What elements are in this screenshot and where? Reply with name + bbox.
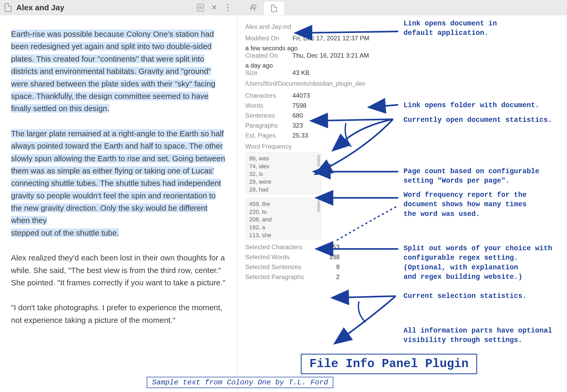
est-pages-value: 25.33 (292, 132, 308, 139)
sel-chars-value: 853 (324, 243, 340, 251)
characters-label: Characters (245, 92, 292, 99)
size-label: Size (245, 69, 292, 77)
sample-attribution: Sample text from Colony One by T.L. Ford (147, 377, 333, 388)
editor-pane: Alex and Jay ✕ Earth-rise was possible b… (0, 0, 237, 392)
sel-para-label: Selected Paragraphs (245, 273, 324, 281)
sel-chars-label: Selected Characters (245, 243, 324, 251)
right-area: Alex and Jay.md Modified OnFri, Dec 17, … (237, 0, 567, 392)
selected-text[interactable]: Earth-rise was possible because Colony O… (11, 30, 215, 113)
created-relative: a day ago (245, 62, 381, 69)
words-value: 7598 (292, 102, 306, 109)
reading-view-icon[interactable] (196, 3, 205, 12)
characters-value: 44073 (292, 92, 310, 99)
sentences-value: 680 (292, 112, 303, 119)
est-pages-label: Est. Pages (245, 132, 292, 139)
scrollbar-thumb[interactable] (317, 155, 320, 167)
modified-relative: a few seconds ago (245, 45, 381, 52)
sel-para-value: 2 (324, 273, 340, 281)
word-freq-label: Word Frequency (245, 143, 381, 150)
title-bar: Alex and Jay ✕ (0, 0, 237, 15)
sel-sent-value: 9 (324, 263, 340, 271)
tab-file-info[interactable] (264, 1, 285, 15)
svg-point-0 (253, 4, 256, 8)
plugin-title-box: File Info Panel Plugin (301, 354, 477, 374)
tab-backlinks[interactable] (243, 1, 264, 15)
scrollbar-thumb[interactable] (317, 200, 320, 212)
sidebar-tabs (237, 0, 567, 15)
more-options-icon[interactable] (223, 3, 232, 12)
sel-words-value: 138 (324, 253, 340, 261)
paragraph[interactable]: "I don't take photographs. I prefer to e… (11, 301, 226, 326)
folder-path-link[interactable]: /Users/tford/Documents/obsidian_plugin_d… (245, 80, 381, 87)
file-name-link[interactable]: Alex and Jay.md (245, 23, 381, 30)
words-label: Words (245, 102, 292, 109)
paragraph[interactable]: Alex realized they'd each been lost in t… (11, 252, 226, 289)
size-value: 43 KB (292, 69, 309, 77)
sel-words-label: Selected Words (245, 253, 324, 261)
created-label: Created On (245, 52, 292, 59)
created-value: Thu, Dec 16, 2021 3:21 AM (292, 52, 369, 59)
modified-label: Modified On (245, 35, 292, 42)
paragraphs-value: 323 (292, 122, 303, 129)
document-title: Alex and Jay (16, 3, 191, 12)
document-icon (5, 3, 12, 12)
modified-value: Fri, Dec 17, 2021 12:37 PM (292, 35, 369, 42)
paragraphs-label: Paragraphs (245, 122, 292, 129)
selected-text[interactable]: The larger plate remained at a right-ang… (11, 129, 225, 225)
document-icon (271, 5, 277, 12)
sentences-label: Sentences (245, 112, 292, 119)
editor-body[interactable]: Earth-rise was possible because Colony O… (0, 15, 237, 392)
file-info-panel: Alex and Jay.md Modified OnFri, Dec 17, … (237, 15, 387, 291)
close-icon[interactable]: ✕ (210, 3, 219, 12)
word-freq-excluded-box[interactable]: 459, the 220, to 208, and 192, a 113, sh… (245, 198, 321, 240)
word-freq-box[interactable]: 86, was 74, alex 32, is 29, were 28, had… (245, 152, 321, 194)
sel-sent-label: Selected Sentences (245, 263, 324, 271)
selected-text[interactable]: stepped out of the shuttle tube. (11, 228, 119, 237)
